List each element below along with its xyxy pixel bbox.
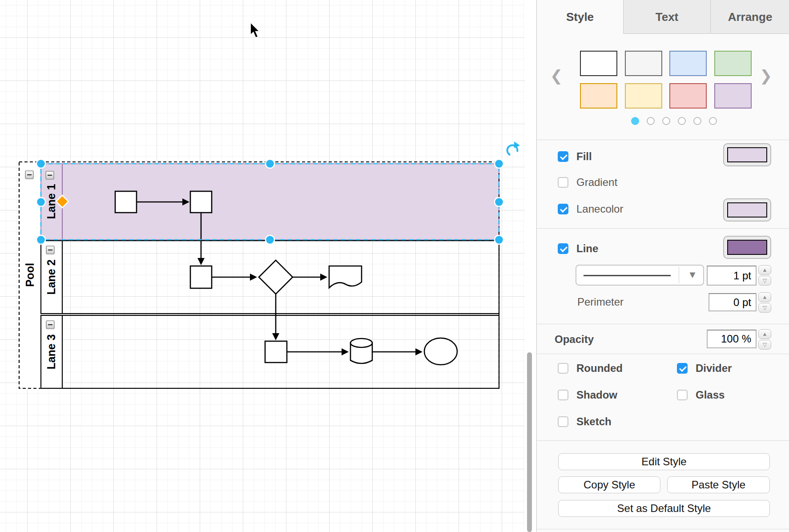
palette-page-dot-1[interactable] [631, 117, 639, 125]
perimeter-label: Perimeter [577, 296, 624, 308]
palette-page-dot-5[interactable] [693, 117, 701, 125]
stepper-down-icon[interactable]: ▽ [758, 340, 771, 350]
lane-2-collapse-button[interactable] [46, 246, 54, 254]
arrowhead [320, 274, 327, 281]
line-style-preview [584, 275, 671, 276]
glass-label: Glass [696, 389, 725, 401]
perimeter-stepper[interactable]: ▲ ▽ [758, 292, 771, 314]
line-style-dropdown[interactable]: ▼ [576, 265, 704, 286]
task-2[interactable] [190, 191, 212, 213]
resize-handle-n[interactable] [266, 159, 274, 168]
sketch-checkbox[interactable] [558, 416, 568, 427]
lanecolor-color-button[interactable] [723, 198, 771, 222]
resize-handle-w[interactable] [36, 197, 45, 206]
pool-collapse-button[interactable] [25, 171, 33, 179]
lanecolor-checkbox[interactable] [558, 204, 568, 214]
section-divider [537, 140, 789, 140]
stepper-up-icon[interactable]: ▲ [758, 329, 771, 339]
shadow-checkbox[interactable] [558, 390, 568, 400]
divider-checkbox[interactable] [677, 363, 688, 374]
edit-style-button[interactable]: Edit Style [558, 453, 770, 470]
lane-1[interactable] [41, 164, 499, 240]
resize-handle-ne[interactable] [495, 159, 503, 168]
line-width-stepper[interactable]: ▲ ▽ [758, 265, 771, 286]
section-divider [537, 354, 789, 354]
copy-style-button[interactable]: Copy Style [558, 476, 660, 493]
tab-arrange[interactable]: Arrange [710, 0, 789, 34]
line-color-button[interactable] [723, 236, 771, 259]
style-swatch-red[interactable] [669, 83, 707, 109]
stepper-down-icon[interactable]: ▽ [758, 303, 771, 313]
lane-3-label[interactable]: Lane 3 [45, 334, 57, 369]
stepper-up-icon[interactable]: ▲ [758, 292, 771, 302]
style-swatch-blue[interactable] [669, 51, 707, 76]
resize-handle-e[interactable] [495, 197, 503, 206]
resize-handle-sw[interactable] [36, 235, 45, 244]
arrowhead [415, 348, 423, 355]
style-swatch-yellow[interactable] [625, 83, 662, 109]
stepper-up-icon[interactable]: ▲ [758, 265, 771, 275]
line-width-input[interactable] [707, 266, 757, 286]
style-swatch-green[interactable] [714, 51, 752, 76]
perimeter-input[interactable] [708, 293, 757, 311]
section-divider [537, 324, 789, 324]
diagram-layer: Pool Lane 1 Lane 2 Lane 3 [0, 0, 525, 532]
palette-page-dot-4[interactable] [678, 117, 686, 125]
fill-color-preview [727, 147, 767, 162]
lanecolor-label: Lanecolor [576, 203, 623, 215]
task-4[interactable] [265, 341, 287, 363]
drawio-window: Pool Lane 1 Lane 2 Lane 3 [0, 0, 789, 532]
stepper-down-icon[interactable]: ▽ [758, 276, 771, 286]
arrowhead [342, 348, 349, 355]
palette-page-dot-2[interactable] [647, 117, 655, 125]
rounded-checkbox[interactable] [558, 363, 568, 374]
paste-style-button[interactable]: Paste Style [667, 476, 770, 493]
palette-next-icon[interactable]: ❯ [759, 66, 773, 85]
gradient-label: Gradient [576, 177, 617, 188]
tab-style[interactable]: Style [537, 0, 623, 34]
style-swatch-gray[interactable] [625, 51, 662, 76]
opacity-input[interactable] [707, 330, 757, 348]
fill-checkbox[interactable] [558, 151, 568, 162]
database-cylinder-top[interactable] [350, 339, 372, 347]
rotate-handle-icon[interactable] [506, 141, 520, 157]
set-default-style-button[interactable]: Set as Default Style [558, 500, 770, 517]
tab-text[interactable]: Text [623, 0, 710, 34]
palette-prev-icon[interactable]: ❮ [550, 66, 563, 85]
lanecolor-color-preview [727, 202, 767, 218]
document-shape[interactable] [329, 266, 362, 288]
lane-1-collapse-button[interactable] [46, 171, 54, 179]
lane-3-collapse-button[interactable] [46, 321, 54, 329]
resize-handle-se[interactable] [495, 235, 503, 244]
resize-handle-s[interactable] [266, 235, 274, 244]
decision-diamond[interactable] [259, 260, 293, 294]
line-color-preview [727, 240, 767, 255]
shadow-label: Shadow [576, 389, 617, 401]
glass-checkbox[interactable] [677, 390, 688, 400]
fill-label: Fill [576, 151, 592, 162]
style-swatch-white[interactable] [580, 51, 617, 76]
section-divider [537, 228, 789, 229]
arrowhead [272, 333, 279, 340]
task-3[interactable] [190, 266, 212, 288]
resize-handle-nw[interactable] [36, 159, 45, 168]
opacity-stepper[interactable]: ▲ ▽ [758, 329, 771, 351]
fill-color-button[interactable] [723, 143, 771, 166]
task-1[interactable] [115, 191, 137, 213]
canvas-vertical-scrollbar[interactable] [527, 352, 532, 532]
line-label: Line [576, 243, 598, 254]
line-checkbox[interactable] [558, 243, 568, 254]
end-ellipse[interactable] [424, 338, 457, 365]
style-swatch-purple[interactable] [714, 83, 752, 109]
palette-page-dot-6[interactable] [709, 117, 717, 125]
chevron-down-icon[interactable]: ▼ [682, 269, 703, 281]
section-divider [537, 440, 789, 441]
section-divider [537, 529, 789, 529]
rounded-label: Rounded [576, 363, 623, 374]
style-swatch-orange[interactable] [580, 83, 617, 109]
opacity-label: Opacity [555, 334, 594, 345]
pool-label[interactable]: Pool [24, 263, 36, 287]
palette-page-dot-3[interactable] [662, 117, 670, 125]
lane-2-label[interactable]: Lane 2 [45, 259, 57, 294]
gradient-checkbox[interactable] [558, 177, 568, 188]
